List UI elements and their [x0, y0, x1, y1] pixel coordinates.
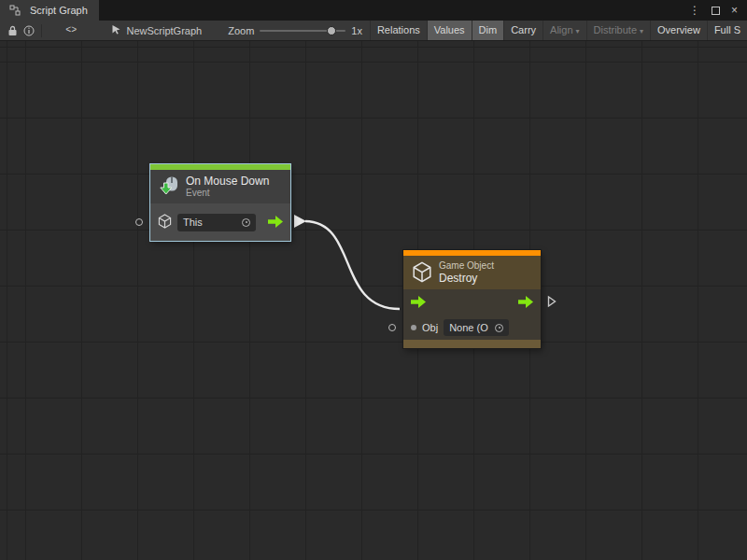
destroy-node-footer: [403, 340, 541, 348]
dim-button[interactable]: Dim: [472, 21, 504, 41]
zoom-slider[interactable]: [260, 26, 345, 35]
window-close-icon[interactable]: ×: [731, 4, 738, 17]
cube-icon: [412, 261, 432, 285]
graph-canvas[interactable]: [0, 41, 747, 560]
graph-toolbar: <> NewScriptGraph Zoom 1x Relations Valu…: [0, 21, 747, 41]
mouse-down-event-icon: [159, 175, 179, 198]
lock-icon[interactable]: [4, 21, 21, 41]
target-object-field[interactable]: This: [177, 214, 256, 231]
distribute-dropdown[interactable]: Distribute▾: [586, 21, 650, 41]
fullscreen-button[interactable]: Full S: [707, 21, 747, 41]
destroy-node-category: Game Object: [439, 260, 494, 272]
zoom-label: Zoom: [228, 25, 254, 36]
target-input-port[interactable]: [135, 218, 143, 226]
info-icon[interactable]: [21, 21, 37, 41]
obj-object-value: None (O: [449, 322, 490, 333]
flow-output-arrow-icon[interactable]: [268, 216, 283, 230]
code-preview-icon[interactable]: <>: [63, 21, 79, 41]
cube-icon: [158, 214, 172, 231]
destroy-node-header[interactable]: Game Object Destroy: [403, 256, 541, 289]
window-maximize-icon[interactable]: [712, 7, 720, 15]
event-node-title: On Mouse Down: [186, 175, 269, 188]
flow-input-arrow-icon[interactable]: [411, 296, 426, 310]
flow-continue-triangle-icon[interactable]: [547, 296, 557, 310]
obj-label: Obj: [422, 322, 438, 333]
align-dropdown[interactable]: Align▾: [543, 21, 585, 41]
node-on-mouse-down[interactable]: On Mouse Down Event This: [150, 164, 290, 241]
zoom-slider-knob[interactable]: [327, 26, 336, 35]
destroy-node-title: Destroy: [439, 272, 494, 285]
tab-title: Script Graph: [30, 5, 88, 16]
graph-asset-name: NewScriptGraph: [126, 25, 202, 36]
script-graph-icon: [6, 0, 24, 21]
event-node-body: This: [150, 203, 290, 241]
event-node-header[interactable]: On Mouse Down Event: [150, 170, 290, 203]
graph-asset-breadcrumb[interactable]: NewScriptGraph: [111, 24, 202, 36]
chevron-down-icon: ▾: [576, 27, 580, 35]
destroy-obj-row: Obj None (O: [403, 315, 541, 340]
values-button[interactable]: Values: [427, 21, 472, 41]
zoom-value: 1x: [351, 25, 362, 36]
relations-button[interactable]: Relations: [370, 21, 427, 41]
graph-asset-icon: [111, 24, 121, 36]
chevron-down-icon: ▾: [640, 27, 643, 35]
window-menu-icon[interactable]: ⋮: [689, 4, 700, 17]
toolbar-separator: [41, 24, 42, 37]
obj-object-field[interactable]: None (O: [444, 319, 509, 336]
window-tab-bar: Script Graph ⋮ ×: [0, 0, 747, 21]
toolbar-button-group: Relations Values Dim Carry Align▾ Distri…: [370, 21, 747, 41]
object-picker-icon[interactable]: [495, 324, 503, 332]
event-node-subtitle: Event: [186, 188, 269, 199]
obj-port-dot: [411, 325, 416, 330]
node-destroy[interactable]: Game Object Destroy Obj None (O: [403, 250, 541, 348]
carry-button[interactable]: Carry: [503, 21, 543, 41]
tab-script-graph[interactable]: Script Graph: [0, 0, 99, 21]
flow-output-arrow-icon[interactable]: [518, 296, 533, 310]
obj-input-port[interactable]: [388, 324, 396, 331]
target-object-value: This: [183, 217, 237, 228]
object-picker-icon[interactable]: [242, 218, 250, 227]
destroy-flow-row: [403, 289, 541, 315]
overview-button[interactable]: Overview: [650, 21, 707, 41]
